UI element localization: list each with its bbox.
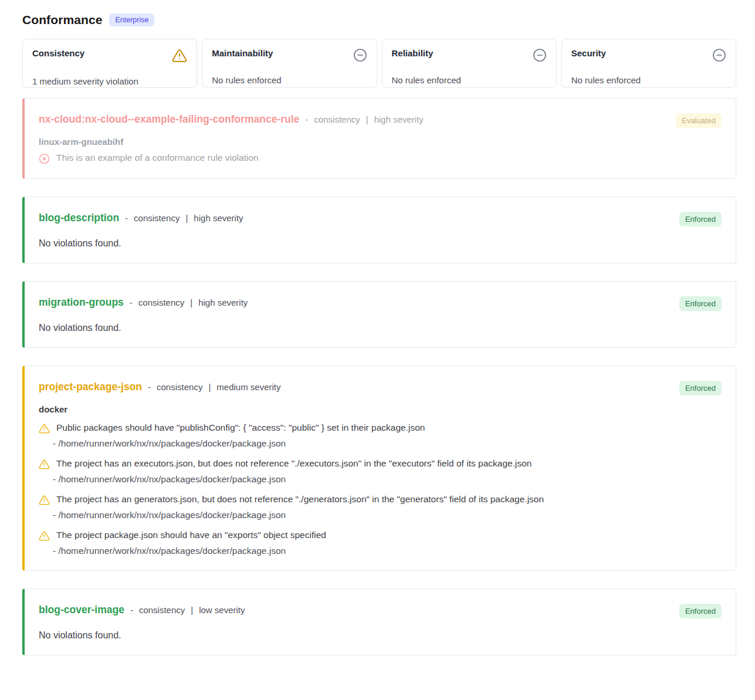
meta-pipe: | — [190, 297, 192, 307]
summary-card-status: No rules enforced — [212, 75, 367, 85]
rule-severity: medium severity — [216, 382, 280, 392]
violation-item: The project has an executors.json, but d… — [39, 458, 722, 485]
summary-card-title: Reliability — [392, 48, 434, 58]
rule-category: consistency — [134, 213, 180, 223]
page-title: Conformance — [22, 13, 102, 27]
summary-card-title: Maintainability — [212, 48, 273, 58]
summary-cards-row: Consistency 1 medium severity violation … — [22, 39, 736, 88]
rule-category: consistency — [314, 114, 360, 124]
violation-message: The project has an executors.json, but d… — [56, 458, 531, 469]
rule-name-link[interactable]: blog-description — [39, 212, 119, 224]
rule-severity: high severity — [374, 114, 424, 124]
violation-item: Public packages should have "publishConf… — [39, 422, 722, 449]
rule-result-text: No violations found. — [39, 323, 722, 333]
rule-severity: high severity — [198, 297, 248, 307]
meta-pipe: | — [366, 114, 368, 124]
meta-pipe: | — [208, 382, 211, 392]
rule-category: consistency — [157, 382, 202, 392]
rule-category: consistency — [138, 297, 184, 307]
rule-card-migration-groups: migration-groups - consistency | high se… — [22, 281, 736, 348]
rule-severity: low severity — [199, 605, 245, 615]
meta-dash: - — [148, 382, 151, 392]
rule-card-blog-description: blog-description - consistency | high se… — [22, 197, 736, 263]
minus-circle-icon — [353, 48, 367, 62]
rule-severity: high severity — [194, 213, 243, 223]
status-badge-evaluated: Evaluated — [676, 113, 722, 128]
violation-message: Public packages should have "publishConf… — [56, 422, 425, 433]
project-name: docker — [39, 404, 722, 414]
status-badge-enforced: Enforced — [679, 604, 722, 618]
warning-triangle-icon — [39, 422, 50, 434]
rule-category: consistency — [139, 605, 185, 615]
conformance-page: Conformance Enterprise Consistency 1 med… — [0, 0, 755, 679]
rule-name-link[interactable]: migration-groups — [39, 296, 124, 309]
rule-name-link[interactable]: project-package-json — [39, 381, 142, 393]
meta-dash: - — [130, 297, 133, 307]
rule-card-example-failing: nx-cloud:nx-cloud--example-failing-confo… — [22, 98, 736, 179]
violation-file-path: - /home/runner/work/nx/nx/packages/docke… — [53, 546, 722, 556]
violation-file-path: - /home/runner/work/nx/nx/packages/docke… — [53, 438, 722, 449]
meta-pipe: | — [191, 605, 193, 615]
summary-card-title: Consistency — [32, 48, 84, 58]
warning-triangle-icon — [39, 493, 50, 506]
rule-card-project-package-json: project-package-json - consistency | med… — [22, 366, 736, 571]
summary-card-consistency: Consistency 1 medium severity violation — [22, 39, 197, 88]
summary-card-status: No rules enforced — [392, 75, 547, 85]
meta-dash: - — [125, 213, 128, 223]
rule-card-blog-cover-image: blog-cover-image - consistency | low sev… — [22, 589, 736, 655]
meta-pipe: | — [185, 213, 188, 223]
summary-card-security: Security No rules enforced — [561, 39, 736, 88]
summary-card-reliability: Reliability No rules enforced — [382, 39, 557, 88]
rule-name-link[interactable]: blog-cover-image — [39, 604, 124, 616]
rule-result-text: No violations found. — [39, 238, 722, 249]
warning-triangle-icon — [39, 529, 50, 542]
violation-message: The project has an generators.json, but … — [56, 493, 544, 505]
minus-circle-icon — [712, 48, 726, 62]
rule-name-link[interactable]: nx-cloud:nx-cloud--example-failing-confo… — [39, 113, 299, 126]
minus-circle-icon — [533, 48, 547, 62]
status-badge-enforced: Enforced — [679, 381, 722, 395]
status-badge-enforced: Enforced — [679, 212, 722, 226]
violation-message: This is an example of a conformance rule… — [56, 152, 259, 163]
x-circle-icon — [39, 152, 50, 164]
rule-result-text: No violations found. — [39, 630, 722, 641]
summary-card-maintainability: Maintainability No rules enforced — [202, 39, 377, 88]
violation-file-path: - /home/runner/work/nx/nx/packages/docke… — [53, 474, 722, 485]
summary-card-status: 1 medium severity violation — [32, 76, 187, 86]
enterprise-badge: Enterprise — [109, 13, 154, 26]
summary-card-title: Security — [571, 48, 606, 58]
meta-dash: - — [305, 114, 308, 124]
warning-triangle-icon — [39, 458, 50, 470]
violation-item: The project has an generators.json, but … — [39, 493, 722, 520]
meta-dash: - — [130, 605, 133, 615]
violation-file-path: - /home/runner/work/nx/nx/packages/docke… — [53, 510, 722, 520]
summary-card-status: No rules enforced — [571, 75, 726, 85]
violation-message: The project package.json should have an … — [56, 529, 326, 540]
warning-triangle-icon — [172, 48, 187, 63]
violation-item: The project package.json should have an … — [39, 529, 722, 556]
project-name: linux-arm-gnueabihf — [39, 137, 722, 147]
status-badge-enforced: Enforced — [679, 296, 722, 311]
page-header: Conformance Enterprise — [22, 13, 736, 27]
